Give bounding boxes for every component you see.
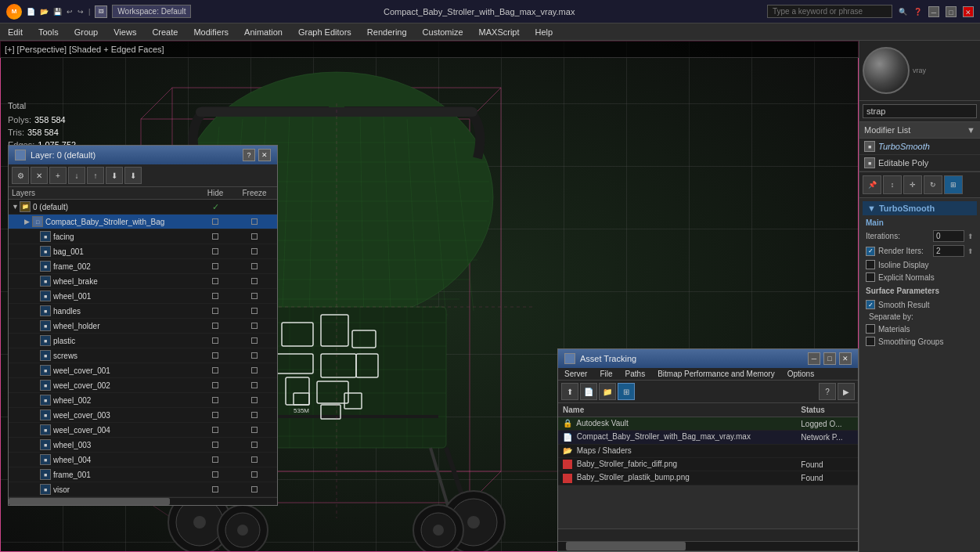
layer-item-wheel004[interactable]: ■ wheel_004 (9, 453, 277, 467)
close-btn[interactable]: ✕ (963, 6, 974, 17)
minimize-btn[interactable]: ─ (928, 6, 939, 17)
layer-item-facing[interactable]: ■ facing (9, 229, 277, 244)
layer-scrollbar-h[interactable] (9, 497, 277, 505)
layer-toolbar-btn-1[interactable]: ✕ (31, 167, 48, 184)
layer-item-wheelbrake[interactable]: ■ wheel_brake (9, 274, 277, 289)
layer-dialog-help[interactable]: ? (243, 149, 255, 161)
layer-item-weelcover004[interactable]: ■ weel_cover_004 (9, 423, 277, 438)
layer-item-bag001[interactable]: ■ bag_001 (9, 244, 277, 259)
layer-freeze-plastic (235, 337, 274, 344)
layer-toolbar-btn-4[interactable]: ↑ (87, 167, 104, 184)
layer-item-frame002[interactable]: ■ frame_002 (9, 259, 277, 274)
layer-toolbar-btn-5[interactable]: ⬇ (106, 167, 123, 184)
menu-create[interactable]: Create (144, 23, 186, 40)
menu-views[interactable]: Views (106, 23, 144, 40)
layer-toolbar-btn-6[interactable]: ⬇ (124, 167, 142, 184)
layer-dialog-close[interactable]: ✕ (258, 149, 271, 161)
modifier-turbossmooth[interactable]: ■ TurboSmooth (859, 139, 980, 155)
layer-item-wheelholder[interactable]: ■ wheel_holder (9, 319, 277, 334)
layer-mesh-icon-plastic: ■ (40, 335, 51, 346)
asset-row-max[interactable]: 📄 Compact_Baby_Stroller_with_Bag_max_vra… (558, 431, 858, 444)
rp-scale-btn[interactable]: ⊞ (944, 175, 963, 194)
menu-graph-editors[interactable]: Graph Editors (290, 23, 359, 40)
asset-scrollbar-h[interactable] (558, 541, 858, 550)
layer-item-weelcover002[interactable]: ■ weel_cover_002 (9, 378, 277, 393)
menu-group[interactable]: Group (67, 23, 106, 40)
workspace-selector[interactable]: Workspace: Default (112, 5, 191, 18)
explicit-checkbox[interactable] (866, 272, 875, 282)
layer-toolbar-btn-2[interactable]: + (49, 167, 67, 184)
redo-btn[interactable]: ↪ (77, 8, 84, 16)
smoothing-checkbox[interactable] (866, 337, 875, 346)
asset-dialog-maximize[interactable]: □ (823, 352, 836, 365)
modifier-editable-poly[interactable]: ■ Editable Poly (859, 155, 980, 171)
iterations-input[interactable] (933, 230, 964, 242)
menu-tools[interactable]: Tools (31, 23, 67, 40)
main-section-label: Main (863, 217, 977, 229)
turbossmooth-section-header[interactable]: ▼ TurboSmooth (863, 201, 977, 215)
asset-tool-help[interactable]: ? (819, 383, 836, 400)
layer-item-weelcover001[interactable]: ■ weel_cover_001 (9, 363, 277, 378)
asset-menu-paths[interactable]: Paths (619, 368, 652, 380)
layer-toolbar-btn-3[interactable]: ↓ (68, 167, 85, 184)
layer-item-wheel002[interactable]: ■ wheel_002 (9, 393, 277, 408)
menu-help[interactable]: Help (528, 23, 561, 40)
menu-modifiers[interactable]: Modifiers (186, 23, 236, 40)
menu-customize[interactable]: Customize (415, 23, 471, 40)
isoline-checkbox[interactable] (866, 260, 875, 269)
menu-rendering[interactable]: Rendering (359, 23, 415, 40)
asset-tool-btn-2[interactable]: 📁 (599, 383, 616, 400)
search-icon[interactable]: 🔍 (899, 8, 907, 16)
asset-menu-options[interactable]: Options (781, 368, 820, 380)
asset-tool-btn-1[interactable]: 📄 (580, 383, 597, 400)
materials-checkbox[interactable] (866, 324, 875, 334)
asset-menu-bitmap[interactable]: Bitmap Performance and Memory (651, 368, 781, 380)
quick-access-open[interactable]: 📂 (40, 8, 49, 16)
modifier-search-input[interactable] (863, 104, 977, 118)
layer-item-handles[interactable]: ■ handles (9, 304, 277, 319)
asset-tool-btn-3[interactable]: ⊞ (618, 383, 635, 400)
menu-edit[interactable]: Edit (0, 23, 31, 40)
asset-row-fabric[interactable]: Baby_Stroller_fabric_diff.png Found (558, 458, 858, 471)
asset-menu-file[interactable]: File (593, 368, 618, 380)
layer-item-frame001[interactable]: ■ frame_001 (9, 467, 277, 482)
menu-animation[interactable]: Animation (236, 23, 290, 40)
layer-item-0-default[interactable]: ▼ 📁 0 (default) ✓ (9, 200, 277, 215)
render-iters-checkbox[interactable] (866, 247, 875, 256)
layer-dot-facing (212, 233, 218, 240)
smooth-result-checkbox[interactable] (866, 300, 875, 309)
rp-select-btn[interactable]: ↕ (883, 175, 902, 194)
layer-item-wheel001[interactable]: ■ wheel_001 (9, 289, 277, 304)
layer-item-visor[interactable]: ■ visor (9, 482, 277, 497)
asset-row-vault[interactable]: 🔒 Autodesk Vault Logged O... (558, 417, 858, 431)
asset-menu-server[interactable]: Server (558, 368, 593, 380)
menu-maxscript[interactable]: MAXScript (471, 23, 528, 40)
rp-move-btn[interactable]: ✛ (903, 175, 922, 194)
modifier-stack: ■ TurboSmooth ■ Editable Poly (859, 139, 980, 172)
help-icon[interactable]: ❓ (913, 8, 922, 16)
quick-access-new[interactable]: 📄 (27, 8, 35, 16)
asset-tool-btn-0[interactable]: ⬆ (561, 383, 578, 400)
quick-access-save[interactable]: 💾 (53, 8, 62, 16)
rp-pin-btn[interactable]: 📌 (863, 175, 881, 194)
asset-dialog-close[interactable]: ✕ (839, 352, 852, 365)
asset-tool-more[interactable]: ▶ (838, 383, 855, 400)
asset-row-maps[interactable]: 📂 Maps / Shaders (558, 444, 858, 457)
asset-row-plastik[interactable]: Baby_Stroller_plastik_bump.png Found (558, 471, 858, 485)
layer-item-plastic[interactable]: ■ plastic (9, 334, 277, 348)
iterations-spinner[interactable]: ⬆ (967, 233, 974, 240)
layer-item-weelcover003[interactable]: ■ weel_cover_003 (9, 408, 277, 423)
asset-dialog-minimize[interactable]: ─ (808, 352, 820, 365)
layer-item-screws[interactable]: ■ screws (9, 348, 277, 363)
search-input[interactable] (767, 5, 892, 18)
modifier-list-dropdown[interactable]: ▼ (967, 125, 975, 135)
layer-item-compact[interactable]: ▶ □ Compact_Baby_Stroller_with_Bag (9, 215, 277, 229)
render-iters-input[interactable] (933, 245, 964, 257)
layer-freeze-weelcover001 (235, 367, 274, 373)
rp-rotate-btn[interactable]: ↻ (924, 175, 942, 194)
render-iters-spinner[interactable]: ⬆ (967, 247, 974, 255)
layer-item-wheel003[interactable]: ■ wheel_003 (9, 438, 277, 453)
maximize-btn[interactable]: □ (946, 6, 957, 17)
undo-btn[interactable]: ↩ (67, 8, 73, 16)
layer-toolbar-btn-0[interactable]: ⚙ (12, 167, 29, 184)
